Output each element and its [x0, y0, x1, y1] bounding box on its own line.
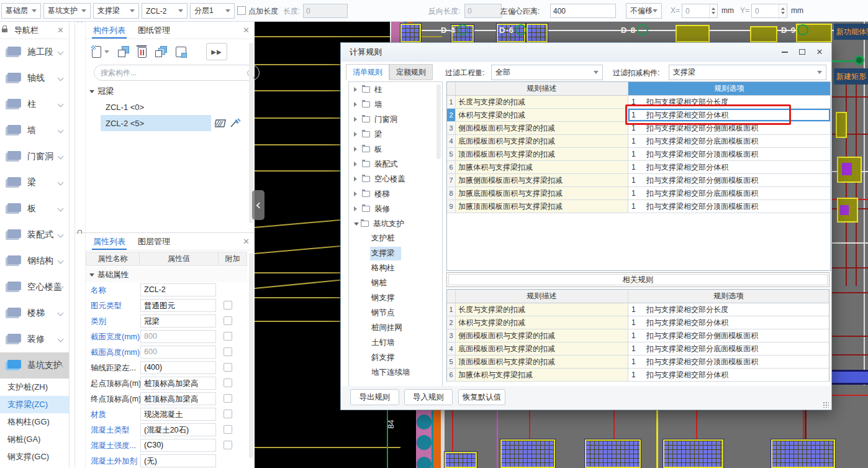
offset-distance-input[interactable]	[550, 4, 616, 18]
sidebar-nav-item[interactable]: 钢结构	[0, 248, 69, 274]
rule-option-cell[interactable]: 1 扣与支撑梁相交部分侧面模板面积	[628, 122, 830, 134]
rule-tree-item[interactable]: 基坑支护	[349, 216, 442, 231]
rule-tree-item[interactable]: 空心楼盖	[349, 172, 442, 186]
rule-option-cell[interactable]: 1 扣与支撑梁相交部分底面模板面积	[628, 187, 830, 200]
rule-option-cell[interactable]: 1 扣与支撑梁相交部分体积	[628, 316, 829, 329]
tab-list-rules[interactable]: 清单规则	[346, 64, 389, 80]
tab-drawing-management[interactable]: 图纸管理	[133, 22, 175, 39]
property-name[interactable]: 图元类型	[91, 301, 122, 311]
property-value-field[interactable]: (C30)	[140, 439, 216, 452]
tree-expand-icon[interactable]	[354, 102, 359, 107]
table-row[interactable]: 1 长度与支撑梁的扣减 1 扣与支撑梁相交部分长度	[447, 96, 830, 109]
rule-tree-item[interactable]: 钢桩	[349, 276, 442, 291]
layer-select[interactable]: 分层1	[190, 3, 235, 19]
property-name[interactable]: 终点顶标高(m)	[91, 394, 141, 405]
element-type-select[interactable]: 支撑梁	[93, 3, 139, 19]
scrollbar[interactable]	[249, 253, 253, 458]
component-item[interactable]: ZCL-2 <5>	[101, 115, 211, 131]
rule-option-cell[interactable]: 1 扣与支撑梁相交部分侧面模板面积	[628, 174, 830, 186]
table-row[interactable]: 5 顶面模板面积与支撑梁的扣减 1 扣与支撑梁相交部分顶面模板面积	[447, 148, 830, 161]
property-value-field[interactable]: 冠梁	[140, 314, 216, 328]
category-select[interactable]: 基坑支护	[43, 3, 91, 19]
maximize-button[interactable]	[798, 48, 807, 57]
sidebar-subitem[interactable]: 格构柱(GG)	[0, 413, 69, 431]
attach-checkbox[interactable]	[224, 316, 232, 325]
sidebar-nav-item[interactable]: 基坑支护	[0, 352, 69, 379]
filter-component-select[interactable]: 支撑梁	[669, 65, 826, 80]
attach-checkbox[interactable]	[224, 332, 232, 341]
lock-icon[interactable]	[2, 29, 7, 32]
attach-checkbox[interactable]	[224, 301, 232, 310]
property-value-field[interactable]: (无)	[140, 454, 216, 467]
rule-tree-item[interactable]: 装配式	[349, 157, 442, 172]
length-input[interactable]	[303, 4, 348, 18]
component-group[interactable]: 冠梁	[86, 84, 248, 99]
minimize-button[interactable]	[780, 48, 789, 57]
property-value-field[interactable]: (400)	[140, 361, 216, 374]
property-name[interactable]: 名称	[91, 285, 106, 296]
tree-expand-icon[interactable]	[354, 206, 359, 211]
table-row[interactable]: 2 体积与支撑梁的扣减 1 扣与支撑梁相交部分体积	[447, 109, 830, 122]
sidebar-nav-item[interactable]: 门窗洞	[0, 144, 69, 170]
table-row[interactable]: 6 加腋体积与支撑梁扣减 1 扣与支撑梁相交部分体积	[447, 369, 829, 382]
panel-collapse-handle[interactable]	[252, 190, 264, 220]
component-select[interactable]: ZCL-2	[142, 3, 188, 19]
table-row[interactable]: 6 加腋体积与支撑梁扣减 1 扣与支撑梁相交部分体积	[447, 161, 830, 174]
resize-grip[interactable]	[823, 401, 829, 408]
attach-checkbox[interactable]	[224, 425, 232, 434]
rule-description-cell[interactable]: 长度与支撑梁的扣减	[456, 96, 628, 108]
table-row[interactable]: 3 侧面模板面积与支撑梁的扣减 1 扣与支撑梁相交部分侧面模板面积	[447, 122, 830, 135]
attach-checkbox[interactable]	[224, 363, 232, 372]
tree-expand-icon[interactable]	[354, 117, 359, 122]
rule-option-cell[interactable]: 1 扣与支撑梁相交部分体积	[628, 161, 830, 173]
import-rules-button[interactable]: 导入规则	[404, 389, 453, 405]
rule-option-cell[interactable]: 1 扣与支撑梁相交部分底面模板面积	[628, 342, 829, 355]
new-component-button[interactable]	[92, 46, 109, 58]
property-value-field[interactable]: ZCL-2	[140, 283, 216, 296]
sidebar-nav-item[interactable]: 柱	[0, 91, 69, 117]
property-group-row[interactable]: 基础属性	[86, 267, 247, 282]
property-name[interactable]: 混凝土类型	[91, 425, 130, 436]
rule-tree-item[interactable]: 桩间挂网	[349, 321, 442, 336]
sidebar-nav-item[interactable]: 装修	[0, 326, 69, 352]
sidebar-nav-item[interactable]: 施工段	[0, 39, 69, 65]
copy-to-layer-button[interactable]	[155, 46, 167, 57]
rule-tree-item[interactable]: 钢支撑	[349, 291, 442, 306]
property-value-field[interactable]: 桩顶标高加梁高	[140, 392, 216, 405]
rule-description-cell[interactable]: 体积与支撑梁的扣减	[456, 109, 628, 121]
sidebar-nav-item[interactable]: 楼梯	[0, 300, 69, 326]
sidebar-subitem[interactable]: 支撑梁(ZC)	[0, 396, 69, 413]
table-row[interactable]: 2 体积与支撑梁的扣减 1 扣与支撑梁相交部分体积	[447, 316, 829, 329]
export-rules-button[interactable]: 导出规则	[350, 389, 399, 405]
rule-tree-item[interactable]: 装修	[349, 201, 442, 216]
rule-option-cell[interactable]: 1 扣与支撑梁相交部分体积	[628, 109, 830, 121]
panel-drag-handle[interactable]	[75, 233, 86, 468]
panel-drag-handle[interactable]	[75, 22, 86, 232]
dialog-titlebar[interactable]: 计算规则 ✕	[341, 43, 831, 62]
filter-quantity-select[interactable]: 全部	[491, 65, 603, 80]
rule-tree-item[interactable]: 墙	[349, 97, 442, 112]
rule-tree-item[interactable]: 钢节点	[349, 306, 442, 321]
rule-tree-item[interactable]: 支护桩	[349, 231, 442, 246]
tab-layer-management[interactable]: 图层管理	[133, 233, 175, 250]
tree-expand-icon[interactable]	[354, 191, 359, 196]
rule-option-cell[interactable]: 1 扣与支撑梁相交部分长度	[628, 96, 830, 108]
component-item[interactable]: ZCL-1 <0>	[86, 99, 248, 115]
sidebar-subitem[interactable]: 支护桩(ZH)	[0, 379, 69, 396]
tab-component-list[interactable]: 构件列表	[88, 22, 130, 39]
offset-mode-select[interactable]: 不偏移	[626, 3, 662, 19]
rule-description-cell[interactable]: 顶面模板面积与支撑梁的扣减	[456, 356, 628, 368]
rule-tree-item[interactable]: 梁	[349, 127, 442, 142]
tree-expand-icon[interactable]	[354, 147, 359, 152]
point-add-length-checkbox[interactable]	[237, 6, 246, 15]
copy-component-button[interactable]	[118, 46, 129, 57]
close-button[interactable]: ✕	[815, 48, 824, 57]
tree-expand-icon[interactable]	[354, 177, 359, 181]
property-name[interactable]: 混凝土外加剂	[91, 456, 137, 467]
more-tools-button[interactable]: ▶▶	[206, 43, 227, 60]
scrollbar[interactable]	[436, 85, 441, 159]
table-row[interactable]: 7 加腋侧面模板面积与支撑梁扣减 1 扣与支撑梁相交部分侧面模板面积	[447, 174, 830, 187]
table-row[interactable]: 9 加腋顶面模板面积与支撑梁扣减 1 扣与支撑梁相交部分顶面模板面积	[447, 200, 830, 213]
property-name[interactable]: 材质	[91, 410, 106, 420]
sidebar-nav-item[interactable]: 轴线	[0, 65, 69, 91]
